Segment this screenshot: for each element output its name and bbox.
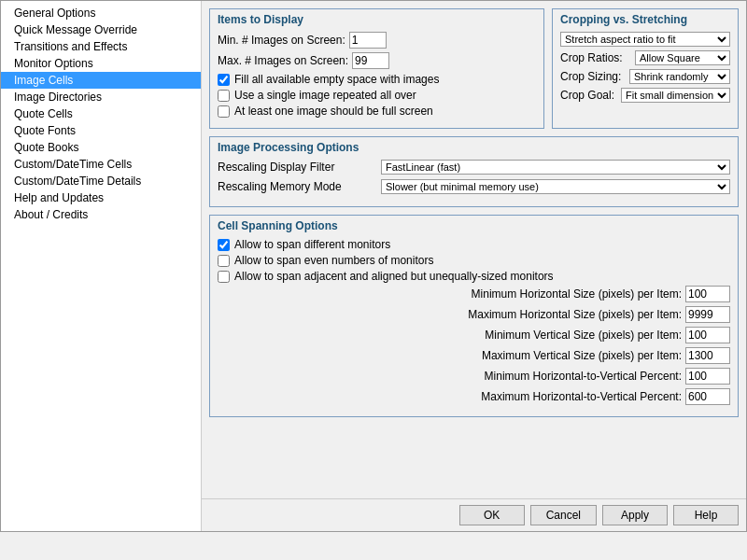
content-area: Items to Display Min. # Images on Screen… xyxy=(202,1,746,498)
min-horiz-label: Minimum Horizontal Size (pixels) per Ite… xyxy=(472,287,682,301)
crop-ratios-label: Crop Ratios: xyxy=(560,51,635,64)
max-images-label: Max. # Images on Screen: xyxy=(218,54,348,67)
single-image-label: Use a single image repeated all over xyxy=(234,89,416,102)
sidebar-item-quote-fonts[interactable]: Quote Fonts xyxy=(1,122,201,139)
fill-space-row: Fill all available empty space with imag… xyxy=(218,73,536,86)
image-processing-title: Image Processing Options xyxy=(218,141,730,154)
sidebar-item-transitions-and-effects[interactable]: Transitions and Effects xyxy=(1,38,201,55)
max-vert-label: Maximum Vertical Size (pixels) per Item: xyxy=(482,349,682,362)
cell-spanning-title: Cell Spanning Options xyxy=(218,219,730,232)
single-image-checkbox[interactable] xyxy=(218,90,230,102)
span-unequal-label: Allow to span adjacent and aligned but u… xyxy=(234,270,554,283)
crop-sizing-row: Crop Sizing: Shrink randomly Shrink fixe… xyxy=(560,69,730,84)
fill-space-checkbox[interactable] xyxy=(218,74,230,86)
sidebar-item-customdatetime-details[interactable]: Custom/DateTime Details xyxy=(1,173,201,189)
span-different-row: Allow to span different monitors xyxy=(218,238,730,251)
rescaling-display-row: Rescaling Display Filter FastLinear (fas… xyxy=(218,160,730,175)
span-even-row: Allow to span even numbers of monitors xyxy=(218,254,730,267)
full-screen-checkbox[interactable] xyxy=(218,105,230,118)
span-even-checkbox[interactable] xyxy=(218,255,230,267)
max-images-row: Max. # Images on Screen: xyxy=(218,52,536,69)
items-to-display-title: Items to Display xyxy=(218,13,536,26)
apply-button[interactable]: Apply xyxy=(602,505,668,525)
rescaling-display-select[interactable]: FastLinear (fast) Linear Bilinear Bicubi… xyxy=(381,160,730,175)
crop-ratios-row: Crop Ratios: Allow Square Disallow Squar… xyxy=(560,50,730,65)
min-images-label: Min. # Images on Screen: xyxy=(218,34,345,47)
fill-space-label: Fill all available empty space with imag… xyxy=(234,73,439,86)
span-unequal-checkbox[interactable] xyxy=(218,271,230,283)
sidebar-item-general-options[interactable]: General Options xyxy=(1,5,201,21)
crop-goal-row: Crop Goal: Fit small dimension Fit large… xyxy=(560,88,730,103)
full-screen-row: At least one image should be full screen xyxy=(218,105,536,118)
min-horiz-input[interactable] xyxy=(685,286,730,302)
sidebar-item-customdatetime-cells[interactable]: Custom/DateTime Cells xyxy=(1,156,201,173)
max-horiz-input[interactable] xyxy=(685,306,730,323)
max-hv-label: Maximum Horizontal-to-Vertical Percent: xyxy=(481,390,682,403)
sidebar-item-help-and-updates[interactable]: Help and Updates xyxy=(1,189,201,206)
full-screen-label: At least one image should be full screen xyxy=(234,105,433,118)
max-images-input[interactable] xyxy=(352,52,389,69)
min-images-input[interactable] xyxy=(349,32,387,49)
crop-goal-label: Crop Goal: xyxy=(560,89,621,102)
span-different-checkbox[interactable] xyxy=(218,239,230,251)
sidebar-item-image-cells[interactable]: Image Cells xyxy=(1,72,201,89)
crop-sizing-label: Crop Sizing: xyxy=(560,70,629,83)
help-button[interactable]: Help xyxy=(673,505,739,525)
cropping-title: Cropping vs. Stretching xyxy=(560,13,730,26)
image-processing-section: Image Processing Options Rescaling Displ… xyxy=(209,136,739,207)
max-hv-row: Maximum Horizontal-to-Vertical Percent: xyxy=(218,388,730,405)
bottom-bar: OK Cancel Apply Help xyxy=(202,498,746,531)
max-horiz-label: Maximum Horizontal Size (pixels) per Ite… xyxy=(468,308,682,321)
sidebar-item-quote-cells[interactable]: Quote Cells xyxy=(1,105,201,122)
cell-spanning-section: Cell Spanning Options Allow to span diff… xyxy=(209,215,739,417)
max-hv-input[interactable] xyxy=(685,388,730,405)
min-hv-row: Minimum Horizontal-to-Vertical Percent: xyxy=(218,368,730,385)
stretch-select[interactable]: Stretch aspect ratio to fit Stretch to f… xyxy=(560,32,730,47)
max-vert-input[interactable] xyxy=(685,347,730,364)
max-vert-row: Maximum Vertical Size (pixels) per Item: xyxy=(218,347,730,364)
sidebar-item-quick-message-override[interactable]: Quick Message Override xyxy=(1,21,201,38)
sidebar-item-about--credits[interactable]: About / Credits xyxy=(1,206,201,223)
rescaling-memory-row: Rescaling Memory Mode Slower (but minima… xyxy=(218,179,730,194)
rescaling-memory-select[interactable]: Slower (but minimal memory use) Faster (… xyxy=(381,179,730,194)
min-vert-input[interactable] xyxy=(685,327,730,343)
min-vert-row: Minimum Vertical Size (pixels) per Item: xyxy=(218,327,730,343)
span-even-label: Allow to span even numbers of monitors xyxy=(234,254,433,267)
span-different-label: Allow to span different monitors xyxy=(234,238,390,251)
sidebar: General OptionsQuick Message OverrideTra… xyxy=(1,1,202,531)
rescaling-display-label: Rescaling Display Filter xyxy=(218,161,381,174)
min-hv-label: Minimum Horizontal-to-Vertical Percent: xyxy=(485,370,682,383)
crop-goal-select[interactable]: Fit small dimension Fit large dimension … xyxy=(621,88,730,103)
span-unequal-row: Allow to span adjacent and aligned but u… xyxy=(218,270,730,283)
rescaling-memory-label: Rescaling Memory Mode xyxy=(218,180,381,193)
min-horiz-row: Minimum Horizontal Size (pixels) per Ite… xyxy=(218,286,730,302)
cropping-section: Cropping vs. Stretching Stretch aspect r… xyxy=(552,8,739,129)
max-horiz-row: Maximum Horizontal Size (pixels) per Ite… xyxy=(218,306,730,323)
single-image-row: Use a single image repeated all over xyxy=(218,89,536,102)
sidebar-item-monitor-options[interactable]: Monitor Options xyxy=(1,55,201,72)
sidebar-item-quote-books[interactable]: Quote Books xyxy=(1,139,201,156)
crop-ratios-select[interactable]: Allow Square Disallow Square Only Square xyxy=(635,50,730,65)
min-images-row: Min. # Images on Screen: xyxy=(218,32,536,49)
sidebar-item-image-directories[interactable]: Image Directories xyxy=(1,89,201,105)
min-hv-input[interactable] xyxy=(685,368,730,385)
cancel-button[interactable]: Cancel xyxy=(530,505,597,525)
items-to-display-section: Items to Display Min. # Images on Screen… xyxy=(209,8,544,129)
ok-button[interactable]: OK xyxy=(459,505,525,525)
min-vert-label: Minimum Vertical Size (pixels) per Item: xyxy=(485,329,682,342)
top-row: Items to Display Min. # Images on Screen… xyxy=(209,8,739,129)
crop-sizing-select[interactable]: Shrink randomly Shrink fixed Expand rand… xyxy=(629,69,730,84)
